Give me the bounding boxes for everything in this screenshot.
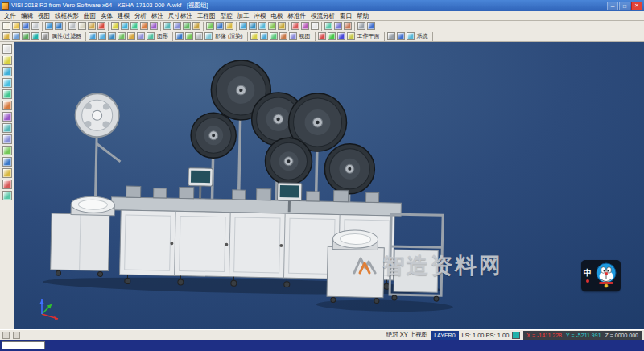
menu-item-5[interactable]: 实体	[98, 12, 115, 20]
open-icon[interactable]	[12, 22, 20, 30]
menu-item-15[interactable]: 标准件	[286, 12, 309, 20]
select-icon[interactable]	[2, 44, 12, 54]
print-icon[interactable]	[31, 22, 39, 30]
menu-item-12[interactable]: 加工	[235, 12, 252, 20]
menu-item-9[interactable]: 尺寸标注	[166, 12, 195, 20]
side-view-icon[interactable]	[270, 32, 278, 40]
mirror-icon[interactable]	[334, 22, 342, 30]
iso-view-icon[interactable]	[279, 32, 287, 40]
surface-icon[interactable]	[163, 22, 171, 30]
new-icon[interactable]	[2, 22, 10, 30]
zoom-all-icon[interactable]	[108, 32, 116, 40]
layer-button[interactable]: LAYER0	[431, 331, 458, 340]
menu-item-13[interactable]: 冲模	[252, 12, 269, 20]
render-icon[interactable]	[225, 22, 233, 30]
copy-icon[interactable]	[78, 22, 86, 30]
pan-view-icon[interactable]	[118, 32, 126, 40]
save-icon[interactable]	[22, 22, 30, 30]
attributes-icon[interactable]	[2, 32, 10, 40]
shaded-icon[interactable]	[216, 22, 224, 30]
transparency-icon[interactable]	[204, 32, 213, 40]
command-input[interactable]	[2, 341, 45, 349]
fillet-tool-icon[interactable]	[2, 157, 12, 167]
menu-item-4[interactable]: 曲面	[81, 12, 98, 20]
menu-item-11[interactable]: 型腔	[218, 12, 235, 20]
color-filter-icon[interactable]	[31, 32, 39, 40]
dimension-icon[interactable]	[301, 22, 309, 30]
zoom-out-icon[interactable]	[249, 22, 257, 30]
cut-icon[interactable]	[68, 22, 76, 30]
menu-item-1[interactable]: 编辑	[19, 12, 35, 20]
menu-item-14[interactable]: 电极	[269, 12, 286, 20]
info-icon[interactable]	[407, 32, 415, 40]
menu-item-8[interactable]: 标注	[149, 12, 166, 20]
zoom-in-icon[interactable]	[239, 22, 247, 30]
spline-tool-icon[interactable]	[2, 123, 12, 133]
wireframe-icon[interactable]	[206, 22, 214, 30]
layer-filter-icon[interactable]	[22, 32, 30, 40]
fillet-icon[interactable]	[183, 22, 191, 30]
workplane-xy-icon[interactable]	[318, 32, 326, 40]
minimize-button[interactable]: ─	[607, 2, 618, 10]
curve-icon[interactable]	[150, 22, 158, 30]
menu-item-10[interactable]: 工程图	[195, 12, 218, 20]
rectangle-tool-icon[interactable]	[2, 112, 12, 122]
grid-settings-icon[interactable]	[13, 332, 20, 339]
circle-tool-icon[interactable]	[2, 101, 12, 110]
front-view-icon[interactable]	[260, 32, 268, 40]
trim-tool-icon[interactable]	[2, 146, 12, 155]
measure-icon[interactable]	[291, 22, 299, 30]
settings-icon[interactable]	[387, 32, 395, 40]
paste-icon[interactable]	[88, 22, 96, 30]
maximize-button[interactable]: □	[619, 2, 630, 10]
move-tool-icon[interactable]	[2, 191, 12, 200]
arc-icon[interactable]	[130, 22, 138, 30]
rotate-view-icon[interactable]	[278, 22, 286, 30]
cad-viewport[interactable]: 智造资料网 中	[14, 42, 644, 329]
offset-tool-icon[interactable]	[2, 134, 12, 144]
hidden-line-icon[interactable]	[195, 32, 203, 40]
erase-tool-icon[interactable]	[2, 180, 12, 189]
menu-item-3[interactable]: 线框构形	[52, 12, 81, 20]
style-filter-icon[interactable]	[41, 32, 49, 40]
wireframe-mode-icon[interactable]	[185, 32, 193, 40]
circle-icon[interactable]	[140, 22, 148, 30]
line-tool-icon[interactable]	[2, 67, 12, 76]
text-tool-icon[interactable]	[2, 168, 12, 178]
close-button[interactable]: ✕	[631, 2, 642, 10]
text-icon[interactable]	[311, 22, 319, 30]
point-tool-icon[interactable]	[2, 56, 12, 65]
line-icon[interactable]	[121, 22, 129, 30]
menu-item-17[interactable]: 窗口	[337, 12, 354, 20]
filter-icon[interactable]	[12, 32, 20, 40]
menu-item-18[interactable]: 帮助	[354, 12, 371, 20]
refresh-icon[interactable]	[147, 32, 155, 40]
transform-icon[interactable]	[324, 22, 332, 30]
shaded-mode-icon[interactable]	[175, 32, 184, 40]
undo-icon[interactable]	[45, 22, 53, 30]
zoom-window-icon[interactable]	[98, 32, 106, 40]
workplane-custom-icon[interactable]	[347, 32, 355, 40]
arc-tool-icon[interactable]	[2, 89, 12, 99]
top-view-icon[interactable]	[250, 32, 258, 40]
menu-item-6[interactable]: 建模	[115, 12, 132, 20]
workplane-yz-icon[interactable]	[328, 32, 336, 40]
previous-view-icon[interactable]	[137, 32, 145, 40]
redraw-icon[interactable]	[89, 32, 97, 40]
doraemon-sticker[interactable]: 中	[581, 260, 621, 291]
workplane-zx-icon[interactable]	[337, 32, 345, 40]
menu-item-2[interactable]: 视图	[35, 12, 52, 20]
menu-item-16[interactable]: 模流分析	[308, 12, 337, 20]
chamfer-icon[interactable]	[192, 22, 200, 30]
solid-icon[interactable]	[173, 22, 181, 30]
redo-icon[interactable]	[55, 22, 63, 30]
point-icon[interactable]	[111, 22, 119, 30]
options-icon[interactable]	[357, 22, 365, 30]
zoom-fit-icon[interactable]	[258, 22, 266, 30]
menu-item-7[interactable]: 分析	[132, 12, 149, 20]
view-mode-label[interactable]: 绝对 XY 上视图	[386, 331, 428, 339]
polyline-tool-icon[interactable]	[2, 78, 12, 88]
help-icon[interactable]	[367, 22, 375, 30]
snap-settings-icon[interactable]	[2, 332, 10, 339]
pan-icon[interactable]	[268, 22, 276, 30]
